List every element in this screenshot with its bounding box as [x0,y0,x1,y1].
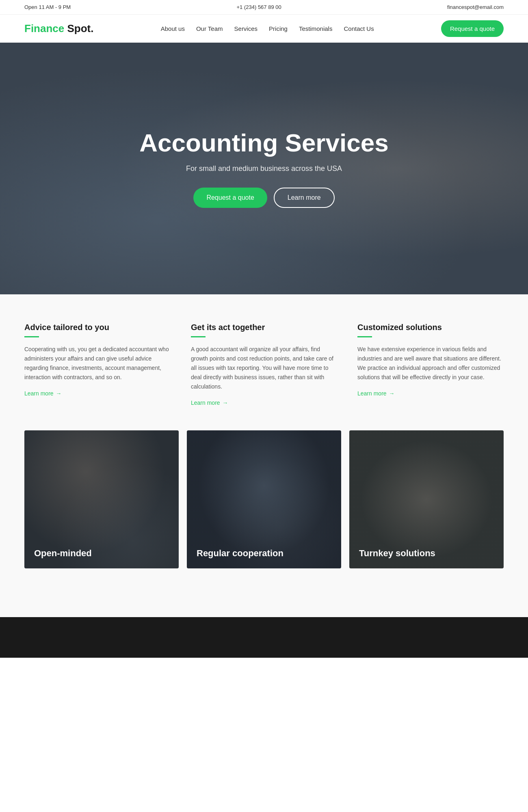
card-open-minded[interactable]: Open-minded [24,430,179,568]
nav-contact[interactable]: Contact Us [344,25,374,32]
hero-subtitle: For small and medium business across the… [139,164,388,173]
features-section: Advice tailored to you Cooperating with … [0,294,528,430]
nav: About us Our Team Services Pricing Testi… [161,25,374,32]
cards-grid: Open-minded Regular cooperation Turnkey … [24,430,504,568]
feature-item-3: Customized solutions We have extensive e… [357,323,504,406]
footer [0,617,528,658]
hero-title: Accounting Services [139,129,388,157]
logo: Finance Spot. [24,22,93,35]
cards-section: Open-minded Regular cooperation Turnkey … [0,430,528,601]
feature-title-1: Advice tailored to you [24,323,171,332]
logo-finance: Finance [24,22,64,35]
features-grid: Advice tailored to you Cooperating with … [24,323,504,406]
card-turnkey-solutions[interactable]: Turnkey solutions [349,430,504,568]
hero-learn-more-button[interactable]: Learn more [274,188,335,208]
feature-title-3: Customized solutions [357,323,504,332]
hero-content: Accounting Services For small and medium… [139,129,388,207]
nav-testimonials[interactable]: Testimonials [299,25,333,32]
nav-pricing[interactable]: Pricing [269,25,288,32]
phone: +1 (234) 567 89 00 [237,4,281,10]
request-quote-header-button[interactable]: Request a quote [441,20,504,37]
feature-divider-2 [191,336,206,337]
feature-divider-1 [24,336,39,337]
logo-spot: Spot. [64,22,93,35]
feature-link-3[interactable]: Learn more [357,390,504,397]
feature-text-2: A good accountant will organize all your… [191,345,337,391]
nav-services[interactable]: Services [234,25,258,32]
nav-team[interactable]: Our Team [196,25,223,32]
hero-section: Accounting Services For small and medium… [0,43,528,294]
card-label-3: Turnkey solutions [359,548,435,559]
top-bar: Open 11 AM - 9 PM +1 (234) 567 89 00 fin… [0,0,528,15]
card-regular-cooperation[interactable]: Regular cooperation [187,430,341,568]
feature-divider-3 [357,336,372,337]
feature-link-1[interactable]: Learn more [24,390,171,397]
hero-request-quote-button[interactable]: Request a quote [193,188,267,208]
feature-text-3: We have extensive experience in various … [357,345,504,382]
card-label-2: Regular cooperation [197,548,283,559]
email: financespot@email.com [447,4,504,10]
card-bg-2 [187,430,341,568]
card-bg-1 [24,430,179,568]
feature-item-2: Get its act together A good accountant w… [191,323,337,406]
footer-spacer [0,601,528,617]
header: Finance Spot. About us Our Team Services… [0,15,528,43]
card-bg-3 [349,430,504,568]
feature-title-2: Get its act together [191,323,337,332]
card-label-1: Open-minded [34,548,92,559]
feature-item-1: Advice tailored to you Cooperating with … [24,323,171,406]
nav-about[interactable]: About us [161,25,185,32]
feature-link-2[interactable]: Learn more [191,400,337,406]
feature-text-1: Cooperating with us, you get a dedicated… [24,345,171,382]
hours: Open 11 AM - 9 PM [24,4,71,10]
hero-buttons: Request a quote Learn more [139,188,388,208]
